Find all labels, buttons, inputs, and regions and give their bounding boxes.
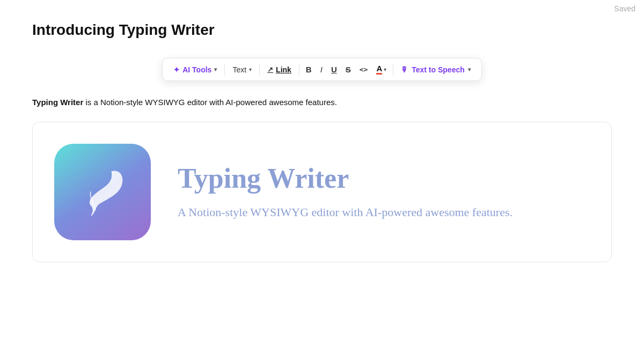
page-title: Introducing Typing Writer bbox=[32, 21, 612, 39]
strikethrough-button[interactable]: S bbox=[341, 62, 355, 77]
bold-button[interactable]: B bbox=[302, 62, 316, 77]
body-text-rest: is a Notion-style WYSIWYG editor with AI… bbox=[83, 98, 337, 107]
underline-button[interactable]: U bbox=[327, 62, 341, 77]
card-text-area: Typing Writer A Notion-style WYSIWYG edi… bbox=[178, 163, 513, 221]
link-label: Link bbox=[276, 65, 291, 74]
tts-label: Text to Speech bbox=[412, 65, 465, 74]
ai-tools-button[interactable]: ✦ AI Tools ▾ bbox=[168, 63, 222, 77]
divider-4 bbox=[393, 64, 393, 75]
text-type-button[interactable]: Text ▾ bbox=[227, 63, 257, 77]
divider-2 bbox=[259, 64, 260, 75]
formatting-toolbar: ✦ AI Tools ▾ Text ▾ ↗ Link B I U bbox=[162, 58, 482, 81]
color-button[interactable]: A ▾ bbox=[372, 62, 391, 77]
code-button[interactable]: <> bbox=[355, 63, 372, 76]
chevron-down-icon: ▾ bbox=[384, 67, 386, 72]
text-type-label: Text bbox=[232, 65, 246, 74]
divider-3 bbox=[299, 64, 299, 75]
app-icon bbox=[54, 144, 151, 240]
app-card: Typing Writer A Notion-style WYSIWYG edi… bbox=[32, 122, 612, 262]
color-label: A bbox=[376, 64, 382, 75]
saved-status: Saved bbox=[614, 4, 635, 13]
chevron-down-icon: ▾ bbox=[249, 67, 252, 72]
link-arrow-icon: ↗ bbox=[267, 65, 273, 73]
code-label: <> bbox=[360, 65, 368, 73]
italic-button[interactable]: I bbox=[316, 62, 327, 77]
italic-label: I bbox=[320, 65, 323, 74]
ai-tools-label: AI Tools bbox=[182, 65, 211, 74]
feather-svg-icon bbox=[73, 162, 132, 221]
chevron-down-icon: ▾ bbox=[468, 67, 471, 72]
strikethrough-label: S bbox=[346, 65, 351, 74]
underline-label: U bbox=[331, 65, 337, 74]
link-button[interactable]: ↗ Link bbox=[262, 63, 297, 77]
card-subtitle: A Notion-style WYSIWYG editor with AI-po… bbox=[178, 203, 513, 221]
sparkle-icon: ✦ bbox=[173, 65, 180, 74]
body-text: Typing Writer is a Notion-style WYSIWYG … bbox=[32, 96, 612, 109]
text-to-speech-button[interactable]: 🎙 Text to Speech ▾ bbox=[396, 63, 476, 77]
card-title: Typing Writer bbox=[178, 163, 513, 194]
bold-label: B bbox=[306, 65, 312, 74]
chevron-down-icon: ▾ bbox=[214, 67, 217, 72]
mic-icon: 🎙 bbox=[401, 65, 408, 74]
body-text-bold: Typing Writer bbox=[32, 98, 83, 107]
divider-1 bbox=[224, 64, 225, 75]
